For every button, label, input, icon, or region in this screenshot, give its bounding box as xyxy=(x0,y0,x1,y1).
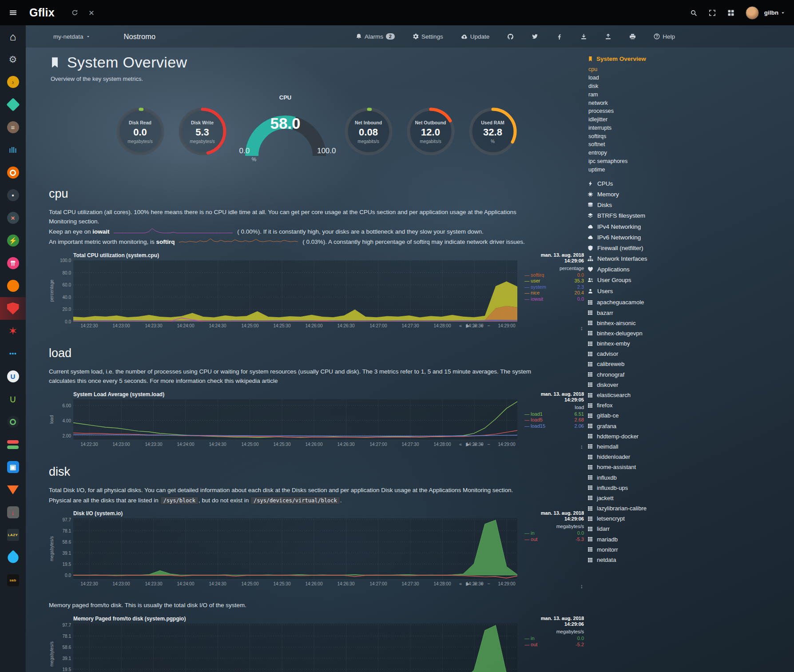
search-button[interactable] xyxy=(685,0,702,25)
menu-item-processes[interactable]: processes xyxy=(588,107,699,115)
menu-app-binhex-emby[interactable]: binhex-emby xyxy=(588,338,699,349)
menu-system-overview[interactable]: System Overview xyxy=(588,56,699,62)
sidebar-app-sabnzbd[interactable]: sab xyxy=(0,569,26,592)
menu-app-letsencrypt[interactable]: letsencrypt xyxy=(588,513,699,524)
chart-zoom-out-button[interactable]: − xyxy=(487,581,490,586)
chart-load[interactable]: System Load Average (system.load)load6.0… xyxy=(49,391,584,452)
menu-app-diskover[interactable]: diskover xyxy=(588,380,699,390)
sidebar-app-utorrent[interactable]: ∪ xyxy=(0,388,26,410)
menu-app-binhex-delugevpn[interactable]: binhex-delugevpn xyxy=(588,328,699,338)
menu-app-home-assistant[interactable]: home-assistant xyxy=(588,462,699,472)
chart-pan-left-button[interactable]: « xyxy=(459,323,462,328)
menu-app-apacheguacamole[interactable]: apacheguacamole xyxy=(588,297,699,307)
update-button[interactable]: Update xyxy=(461,33,490,40)
legend-item-softirq[interactable]: — softirq0.0 xyxy=(524,272,584,278)
sidebar-app-library[interactable]: ≡ xyxy=(0,116,26,139)
menu-section-network-interfaces[interactable]: Network Interfaces xyxy=(588,253,699,264)
sidebar-app-gitlab[interactable] xyxy=(0,478,26,501)
sidebar-app-airsonic[interactable]: ıllı xyxy=(0,139,26,161)
menu-app-monitorr[interactable]: monitorr xyxy=(588,545,699,555)
chart-plot-area[interactable] xyxy=(73,518,517,580)
legend-item-in[interactable]: — in0.0 xyxy=(524,530,584,537)
chart-resize-handle[interactable]: ↕ xyxy=(580,325,584,331)
legend-item-user[interactable]: — user35.3 xyxy=(524,278,584,284)
chart-plot-area[interactable] xyxy=(73,624,517,672)
menu-app-heimdall[interactable]: heimdall xyxy=(588,441,699,452)
legend-item-nice[interactable]: — nice20.4 xyxy=(524,290,584,296)
chart-zoom-in-button[interactable]: + xyxy=(480,581,483,586)
menu-app-gitlab-ce[interactable]: gitlab-ce xyxy=(588,410,699,421)
sidebar-app-downloader[interactable]: ↓ xyxy=(0,501,26,524)
menu-section-applications[interactable]: Applications xyxy=(588,264,699,275)
menu-section-user-groups[interactable]: User Groups xyxy=(588,275,699,286)
sidebar-app-organizr[interactable]: × xyxy=(0,207,26,229)
legend-item-load1[interactable]: — load16.51 xyxy=(524,411,584,418)
menu-app-mariadb[interactable]: mariadb xyxy=(588,534,699,545)
menu-item-entropy[interactable]: entropy xyxy=(588,149,699,157)
menu-item-disk[interactable]: disk xyxy=(588,82,699,91)
chart-zoom-out-button[interactable]: − xyxy=(487,323,490,328)
sidebar-app-duplicati[interactable]: U xyxy=(0,365,26,388)
chart-resize-handle[interactable]: ↕ xyxy=(580,443,584,450)
github-button[interactable] xyxy=(507,33,514,40)
menu-app-binhex-airsonic[interactable]: binhex-airsonic xyxy=(588,318,699,328)
menu-app-influxdb-ups[interactable]: influxdb-ups xyxy=(588,483,699,493)
menu-item-interrupts[interactable]: interrupts xyxy=(588,123,699,132)
sidebar-app-nextcloud[interactable]: ●●● xyxy=(0,342,26,365)
chart-resize-handle[interactable]: ↕ xyxy=(580,583,584,589)
chart-play-button[interactable]: ▶ xyxy=(466,581,469,586)
facebook-button[interactable] xyxy=(556,33,563,40)
refresh-tab-button[interactable] xyxy=(66,0,83,25)
menu-app-influxdb[interactable]: influxdb xyxy=(588,472,699,482)
settings-button[interactable]: Settings xyxy=(413,33,443,40)
legend-item-out[interactable]: — out-5.2 xyxy=(524,642,584,648)
gauge-cpu[interactable]: CPU58.00.0100.0% xyxy=(238,94,333,169)
sidebar-app-heimdall[interactable]: ▣ xyxy=(0,456,26,478)
help-button[interactable]: Help xyxy=(654,33,675,40)
chart-pan-left-button[interactable]: « xyxy=(459,441,462,447)
menu-app-elasticsearch[interactable]: elasticsearch xyxy=(588,390,699,400)
sidebar-app-lazylibrarian[interactable]: LAZY xyxy=(0,524,26,546)
sidebar-app-settings[interactable]: ⚙ xyxy=(0,48,26,71)
menu-app-lidarr[interactable]: lidarr xyxy=(588,524,699,534)
hamburger-menu-button[interactable] xyxy=(0,0,26,25)
gauge-net-inbound[interactable]: Net Inbound0.08megabits/s xyxy=(342,105,395,158)
menu-item-idlejitter[interactable]: idlejitter xyxy=(588,115,699,124)
menu-item-softirqs[interactable]: softirqs xyxy=(588,132,699,140)
menu-app-chronograf[interactable]: chronograf xyxy=(588,370,699,380)
chart-pan-right-button[interactable]: » xyxy=(474,581,476,586)
menu-item-load[interactable]: load xyxy=(588,74,699,82)
server-dropdown[interactable]: my-netdata xyxy=(53,33,90,40)
legend-item-load5[interactable]: — load52.68 xyxy=(524,417,584,423)
gauge-disk-read[interactable]: Disk Read0.0megabytes/s xyxy=(114,105,167,158)
menu-app-lazylibrarian-calibre[interactable]: lazylibrarian-calibre xyxy=(588,503,699,513)
twitter-button[interactable] xyxy=(532,33,538,40)
sidebar-app-ubooquity[interactable] xyxy=(0,274,26,297)
menu-section-cpus[interactable]: CPUs xyxy=(588,178,699,189)
legend-item-system[interactable]: — system2.3 xyxy=(524,284,584,290)
menu-item-network[interactable]: network xyxy=(588,99,699,107)
menu-app-firefox[interactable]: firefox xyxy=(588,400,699,410)
gauge-net-outbound[interactable]: Net Outbound12.0megabits/s xyxy=(405,105,457,158)
chart-zoom-in-button[interactable]: + xyxy=(480,441,483,447)
chart-play-button[interactable]: ▶ xyxy=(466,441,469,447)
menu-item-cpu[interactable]: cpu xyxy=(588,65,699,74)
menu-app-cadvisor[interactable]: cadvisor xyxy=(588,349,699,359)
user-menu[interactable]: gilbn xyxy=(764,9,787,16)
import-button[interactable] xyxy=(580,33,587,40)
sidebar-app-home[interactable]: ⌂ xyxy=(0,25,26,48)
chart-pan-right-button[interactable]: » xyxy=(474,441,476,447)
menu-item-uptime[interactable]: uptime xyxy=(588,165,699,174)
chart-zoom-in-button[interactable]: + xyxy=(480,323,483,328)
legend-item-in[interactable]: — in0.0 xyxy=(524,636,584,642)
sidebar-app-pihole[interactable] xyxy=(0,297,26,320)
sidebar-app-cluster[interactable]: ✶ xyxy=(0,320,26,342)
chart-pan-left-button[interactable]: « xyxy=(459,581,462,586)
sidebar-app-pills[interactable] xyxy=(0,433,26,456)
sidebar-app-plex[interactable]: › xyxy=(0,71,26,93)
menu-app-netdata[interactable]: netdata xyxy=(588,555,699,565)
menu-section-btrfs-filesystem[interactable]: BTRFS filesystem xyxy=(588,211,699,221)
chart-zoom-out-button[interactable]: − xyxy=(487,441,490,447)
menu-app-grafana[interactable]: grafana xyxy=(588,421,699,431)
sidebar-app-jackett[interactable] xyxy=(0,161,26,184)
